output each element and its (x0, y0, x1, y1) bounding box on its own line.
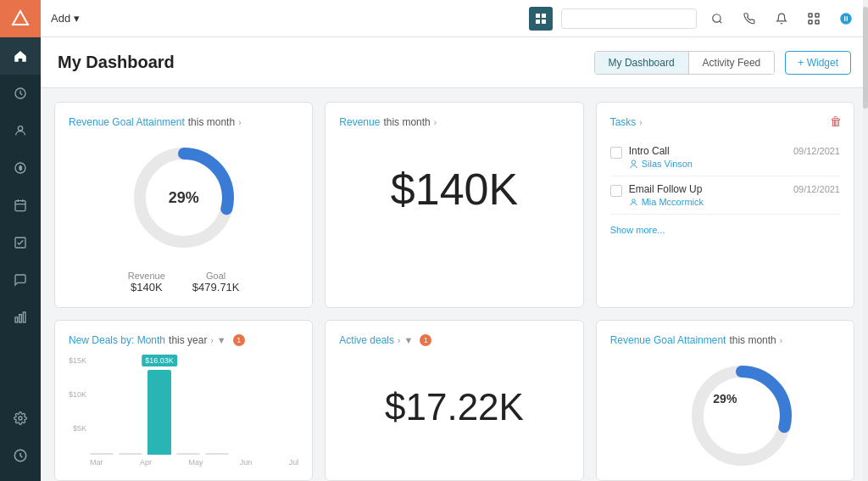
revenue-goal-title-link[interactable]: Revenue Goal Attainment (69, 116, 185, 128)
y-label-15k: $15K (69, 356, 86, 365)
sidebar-item-tasks[interactable] (0, 224, 41, 261)
apps-icon[interactable] (802, 7, 826, 31)
sidebar-item-reports[interactable] (0, 299, 41, 336)
active-deals-title-link[interactable]: Active deals (339, 334, 394, 346)
phone-icon[interactable] (737, 7, 761, 31)
y-labels: $15K $10K $5K (69, 356, 86, 458)
widget-revenue-goal-title: Revenue Goal Attainment this month › (69, 116, 298, 128)
tab-my-dashboard[interactable]: My Dashboard (595, 52, 689, 74)
bar-wrap-mar (90, 453, 114, 455)
axis-may: May (188, 458, 203, 467)
axis-jul: Jul (289, 458, 299, 467)
bar-chart: $16.03K (90, 356, 298, 455)
task-checkbox-2[interactable] (610, 185, 622, 197)
filter-icon[interactable]: ▼ (217, 335, 226, 345)
svg-text:$: $ (19, 165, 22, 171)
widget-active-deals-title: Active deals › ▼ 1 (339, 334, 569, 346)
tab-group: My Dashboard Activity Feed (594, 51, 776, 75)
bar-tooltip-may: $16.03K (142, 355, 177, 366)
widget-revenue-goal-2-title: Revenue Goal Attainment this month › (610, 334, 840, 346)
show-more-link[interactable]: Show more... (610, 225, 840, 235)
bell-icon[interactable] (770, 7, 793, 31)
new-deals-title-link[interactable]: New Deals by: Month (69, 334, 165, 346)
sidebar-item-settings[interactable] (0, 400, 41, 437)
add-menu[interactable]: Add ▾ (51, 12, 80, 25)
y-label-10k: $10K (69, 390, 86, 399)
task-person-2[interactable]: Mia Mccormick (629, 197, 840, 207)
task-person-1[interactable]: Silas Vinson (629, 159, 840, 169)
bar-apr[interactable] (119, 453, 142, 455)
active-deals-chevron-icon: › (398, 336, 400, 345)
revenue-goal-2-title-link[interactable]: Revenue Goal Attainment (610, 334, 726, 346)
bar-axis: Mar Apr May Jun Jul (90, 458, 298, 467)
svg-rect-8 (19, 315, 22, 322)
sidebar-item-clock[interactable] (0, 75, 41, 112)
sidebar-item-messages[interactable] (0, 261, 41, 299)
new-deals-chevron-icon: › (210, 336, 213, 345)
svg-rect-7 (15, 317, 18, 322)
sidebar-item-contacts[interactable] (0, 112, 41, 149)
task-checkbox-1[interactable] (610, 147, 622, 159)
sidebar-item-calendar[interactable] (0, 187, 41, 224)
sidebar-item-deals[interactable]: $ (0, 149, 41, 187)
app-logo (0, 0, 41, 37)
chevron-right-icon: › (238, 118, 241, 127)
search-input[interactable] (561, 8, 697, 29)
bar-mar[interactable] (90, 453, 114, 455)
delete-icon[interactable]: 🗑 (830, 115, 842, 128)
svg-point-23 (632, 199, 635, 202)
goal-value: $479.71K (192, 281, 240, 294)
bar-jul[interactable] (205, 453, 229, 455)
widget-new-deals: New Deals by: Month this year › ▼ 1 $15K… (54, 320, 313, 481)
revenue-big-number: $140K (339, 138, 569, 240)
svg-point-10 (19, 417, 22, 420)
task-date-2: 09/12/2021 (793, 184, 840, 194)
svg-rect-19 (809, 20, 812, 24)
content-header: My Dashboard My Dashboard Activity Feed … (41, 37, 868, 88)
tasks-title-link[interactable]: Tasks (610, 116, 637, 128)
widget-active-deals: Active deals › ▼ 1 $17.22K (325, 320, 583, 481)
donut-container: 29% Revenue $140K Goal $479.71K (69, 138, 298, 294)
svg-rect-18 (815, 14, 819, 17)
active-deals-big-number: $17.22K (339, 356, 569, 458)
svg-rect-15 (542, 20, 546, 24)
scrollbar-thumb[interactable] (863, 7, 868, 109)
topbar-icons (529, 7, 858, 31)
revenue-title-link[interactable]: Revenue (339, 116, 380, 128)
zendesk-icon[interactable] (834, 7, 858, 31)
add-widget-button[interactable]: + Widget (785, 51, 851, 75)
widget-new-deals-title: New Deals by: Month this year › ▼ 1 (69, 334, 298, 346)
donut-label: 29% (169, 189, 199, 207)
widget-revenue: Revenue this month › $140K (325, 102, 583, 308)
widget-revenue-goal-2: Revenue Goal Attainment this month › 29% (596, 320, 854, 481)
svg-rect-17 (809, 14, 812, 17)
svg-point-2 (18, 126, 22, 131)
task-person-name-1: Silas Vinson (642, 159, 693, 169)
dashboard: Revenue Goal Attainment this month › 29%… (41, 88, 868, 481)
revenue-value: $140K (128, 281, 165, 294)
sidebar-item-home[interactable] (0, 37, 41, 75)
bar-may[interactable]: $16.03K (147, 370, 171, 455)
task-item: Intro Call 09/12/2021 Silas Vinson (610, 138, 840, 176)
task-content-2: Email Follow Up 09/12/2021 Mia Mccormick (629, 183, 840, 207)
svg-point-16 (713, 14, 721, 21)
svg-rect-12 (536, 14, 540, 18)
search-icon[interactable] (705, 7, 729, 31)
task-name-2: Email Follow Up (629, 183, 703, 195)
axis-apr: Apr (140, 458, 152, 467)
active-deals-filter-icon[interactable]: ▼ (403, 335, 413, 345)
sidebar-item-zendesk[interactable] (0, 437, 41, 474)
bar-wrap-may: $16.03K (147, 370, 171, 455)
revenue-label: Revenue (128, 271, 165, 281)
task-content-1: Intro Call 09/12/2021 Silas Vinson (629, 145, 840, 169)
add-label: Add (51, 12, 70, 25)
scrollbar-track[interactable] (863, 0, 868, 481)
revenue-period: this month (383, 116, 430, 128)
donut-container-2: 29% (610, 356, 840, 455)
task-date-1: 09/12/2021 (793, 146, 840, 156)
task-item-2: Email Follow Up 09/12/2021 Mia Mccormick (610, 176, 840, 215)
y-label-5k: $5K (69, 424, 86, 433)
grid-icon[interactable] (529, 7, 553, 31)
bar-jun[interactable] (176, 453, 200, 455)
tab-activity-feed[interactable]: Activity Feed (689, 52, 775, 74)
